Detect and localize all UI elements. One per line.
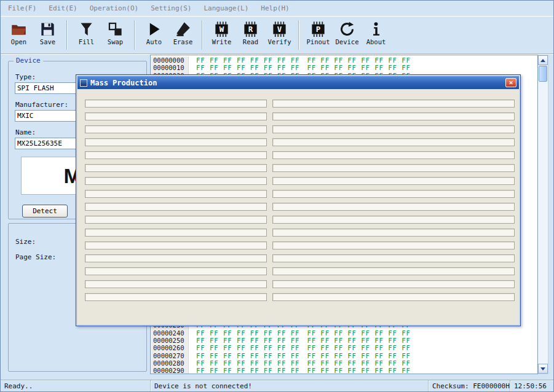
hex-address: 00000000 — [151, 57, 189, 64]
menu-operation[interactable]: Operation(O) — [90, 4, 138, 12]
erase-button[interactable]: Erase — [168, 18, 197, 52]
menu-file[interactable]: File(F) — [8, 4, 36, 12]
dialog-close-button[interactable]: × — [505, 78, 516, 87]
menu-setting[interactable]: Setting(S) — [151, 4, 191, 12]
progress-bar — [85, 216, 267, 224]
menu-edit[interactable]: Edit(E) — [49, 4, 77, 12]
hex-row: 00000280FF FF FF FF FF FF FF FFFF FF FF … — [151, 359, 537, 367]
svg-text:W: W — [220, 25, 224, 34]
status-time: 12:50:56 — [510, 380, 553, 391]
scroll-down-button[interactable] — [538, 364, 548, 374]
hex-bytes: FF FF FF FF FF FF FF FF — [196, 64, 299, 71]
mass-production-row — [85, 229, 520, 237]
play-icon — [146, 21, 162, 37]
read-button[interactable]: R Read — [236, 18, 265, 52]
toolbar-separator — [298, 20, 299, 50]
progress-bar — [85, 267, 267, 275]
toolbar-button-label: Open — [11, 38, 26, 45]
toolbar-button-label: Verify — [268, 38, 291, 45]
mass-production-row — [85, 177, 520, 185]
scrollbar-track[interactable] — [538, 82, 548, 364]
svg-text:V: V — [277, 25, 282, 34]
hex-bytes: FF FF FF FF FF FF FF FF — [307, 64, 410, 71]
auto-button[interactable]: Auto — [140, 18, 168, 52]
manufacturer-label: Manufacturer: — [15, 101, 68, 109]
toolbar-button-label: Swap — [108, 38, 123, 45]
open-button[interactable]: Open — [4, 18, 33, 52]
hex-row: 00000260FF FF FF FF FF FF FF FFFF FF FF … — [151, 344, 537, 351]
status-field — [272, 125, 515, 133]
scroll-up-button[interactable] — [538, 55, 548, 65]
hex-address: 00000240 — [151, 329, 189, 337]
mass-production-row — [85, 254, 520, 262]
toolbar-button-label: Fill — [79, 38, 94, 45]
status-field — [272, 190, 515, 198]
status-field — [272, 241, 515, 249]
hex-bytes: FF FF FF FF FF FF FF FF — [307, 344, 410, 351]
chip-verify-icon: V — [271, 21, 288, 37]
progress-bar — [85, 293, 267, 301]
mass-production-row — [85, 216, 520, 224]
progress-bar — [85, 125, 267, 133]
status-field — [272, 216, 515, 224]
chip-write-icon: W — [213, 21, 230, 37]
hex-bytes: FF FF FF FF FF FF FF FF — [196, 352, 299, 359]
page-size-label: Page Size: — [15, 253, 56, 261]
hex-bytes: FF FF FF FF FF FF FF FF — [196, 359, 299, 367]
progress-bar — [85, 112, 267, 120]
progress-bar — [85, 138, 267, 146]
toolbar-button-label: About — [366, 38, 386, 45]
toolbar-button-label: Pinout — [307, 38, 330, 45]
scrollbar-thumb[interactable] — [539, 66, 547, 82]
mass-production-row — [85, 203, 520, 211]
chip-read-icon: R — [242, 21, 259, 37]
mass-production-row — [85, 293, 520, 301]
arrow-down-icon — [540, 367, 545, 370]
toolbar-separator — [66, 20, 68, 50]
status-bar: Ready.. Device is not connected! Checksu… — [1, 380, 553, 391]
vertical-scrollbar[interactable] — [538, 55, 548, 374]
status-field — [272, 267, 515, 275]
verify-button[interactable]: V Verify — [265, 18, 294, 52]
about-button[interactable]: About — [362, 18, 390, 52]
pinout-button[interactable]: P Pinout — [304, 18, 333, 52]
hex-bytes: FF FF FF FF FF FF FF FF — [196, 57, 299, 64]
toolbar-button-label: Write — [212, 38, 232, 45]
hex-bytes: FF FF FF FF FF FF FF FF — [307, 352, 410, 359]
status-checksum: Checksum: FE000000H — [429, 380, 510, 391]
toolbar-button-label: Save — [40, 38, 55, 45]
progress-bar — [85, 254, 267, 262]
fill-icon — [78, 21, 95, 37]
device-button[interactable]: Device — [333, 18, 362, 52]
save-button[interactable]: Save — [33, 18, 62, 52]
mass-production-row — [85, 280, 520, 288]
dialog-app-icon — [80, 79, 87, 87]
app-window: File(F) Edit(E) Operation(O) Setting(S) … — [0, 0, 554, 392]
status-ready: Ready.. — [1, 380, 151, 391]
fill-button[interactable]: Fill — [72, 18, 101, 52]
menu-language[interactable]: Language(L) — [204, 4, 248, 12]
hex-address: 00000270 — [151, 352, 189, 359]
hex-bytes: FF FF FF FF FF FF FF FF — [307, 359, 410, 367]
info-icon — [368, 21, 384, 37]
mass-production-row — [85, 112, 520, 120]
hex-address: 00000010 — [151, 64, 189, 71]
chip-pinout-icon: P — [310, 21, 326, 37]
hex-bytes: FF FF FF FF FF FF FF FF — [196, 337, 299, 344]
type-label: Type: — [15, 73, 36, 81]
mass-production-row — [85, 164, 520, 172]
swap-icon — [107, 21, 124, 37]
mass-production-row — [85, 138, 520, 146]
menu-help[interactable]: Help(H) — [261, 4, 289, 12]
hex-row: 00000000FF FF FF FF FF FF FF FFFF FF FF … — [151, 57, 537, 64]
write-button[interactable]: W Write — [207, 18, 236, 52]
dialog-title: Mass Production — [90, 79, 505, 87]
progress-bar — [85, 229, 267, 237]
detect-button[interactable]: Detect — [22, 205, 68, 218]
hex-bytes: FF FF FF FF FF FF FF FF — [307, 57, 410, 64]
toolbar-separator — [134, 20, 135, 50]
swap-button[interactable]: Swap — [101, 18, 130, 52]
dialog-title-bar[interactable]: Mass Production × — [77, 76, 519, 89]
mass-production-rows — [76, 90, 520, 301]
progress-bar — [85, 203, 267, 211]
